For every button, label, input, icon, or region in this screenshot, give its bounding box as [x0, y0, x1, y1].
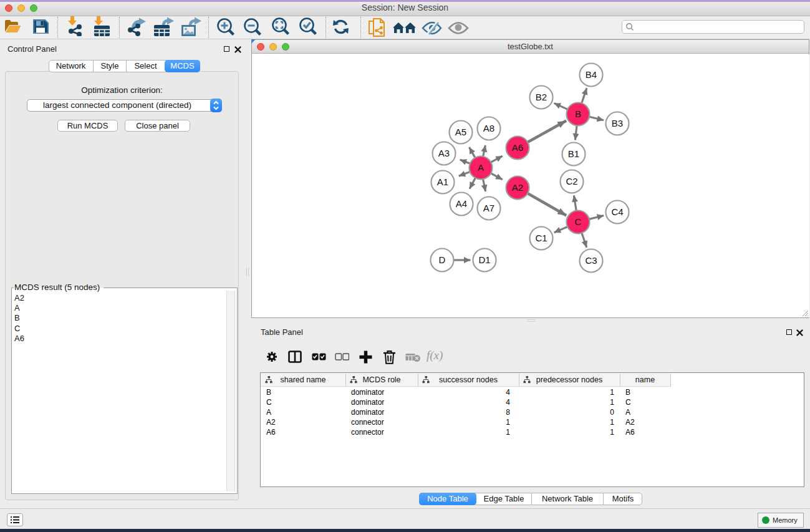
svg-text:D: D: [439, 254, 446, 265]
svg-text:A2: A2: [512, 182, 523, 193]
svg-text:C4: C4: [611, 206, 623, 217]
svg-text:A6: A6: [512, 142, 523, 153]
svg-text:B: B: [575, 109, 581, 119]
svg-text:A4: A4: [456, 198, 467, 209]
svg-text:A7: A7: [483, 203, 494, 213]
svg-text:C2: C2: [566, 176, 577, 186]
svg-text:A: A: [478, 162, 484, 173]
svg-text:A1: A1: [437, 177, 448, 187]
svg-text:A8: A8: [483, 123, 494, 133]
svg-text:D1: D1: [478, 254, 490, 265]
svg-text:C: C: [575, 216, 582, 227]
svg-text:B1: B1: [568, 148, 579, 159]
svg-text:B4: B4: [586, 69, 597, 80]
svg-text:C3: C3: [585, 255, 597, 266]
svg-text:A5: A5: [455, 127, 466, 137]
svg-text:C1: C1: [535, 233, 547, 243]
svg-text:B2: B2: [536, 92, 547, 102]
svg-text:B3: B3: [612, 118, 623, 128]
svg-text:A3: A3: [438, 148, 450, 158]
